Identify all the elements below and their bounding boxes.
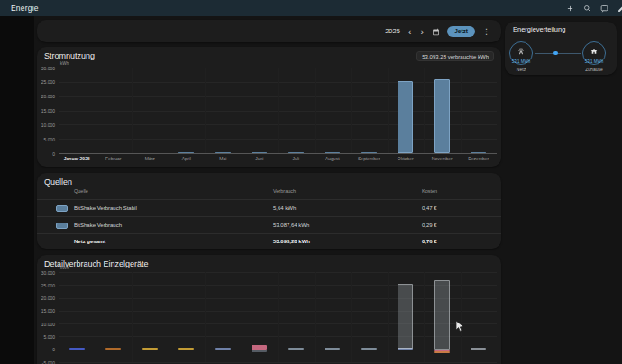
home-value: 53,1 MWh xyxy=(585,59,604,64)
card-title: Energieverteilung xyxy=(513,25,565,33)
plot-area xyxy=(59,272,497,362)
more-options-icon[interactable]: ⋮ xyxy=(482,27,490,36)
xtick-label: September xyxy=(351,156,388,161)
xtick-label: Dezember xyxy=(461,156,498,161)
ytick-label: 15.000 xyxy=(37,308,55,314)
xtick-label: Januar 2025 xyxy=(59,156,96,161)
gridline xyxy=(278,272,279,362)
ytick-label: 0 xyxy=(37,347,55,352)
column-quelle: Quelle xyxy=(74,188,88,194)
assist-icon[interactable] xyxy=(599,4,608,13)
mouse-cursor xyxy=(455,320,464,336)
table-total-row: Netz gesamt 53.093,28 kWh 0,76 € xyxy=(37,239,501,250)
bar-segment[interactable] xyxy=(325,348,340,350)
content-area: 2025 ‹ › Jetzt ⋮ Energieverteilung 53,1 … xyxy=(34,16,622,364)
bar-segment[interactable] xyxy=(434,280,450,350)
ytick-label: 25.000 xyxy=(37,283,55,288)
grid-node[interactable]: 53,1 MWh xyxy=(509,41,533,65)
bar-segment[interactable] xyxy=(178,348,194,350)
usage-chart: 30.00025.00020.00015.00010.0005.0000kWhJ… xyxy=(37,68,499,165)
ytick-label: 15.000 xyxy=(37,108,55,114)
bar-segment[interactable] xyxy=(69,348,85,350)
bar-segment[interactable] xyxy=(325,152,340,154)
axis-unit-label: kWh xyxy=(60,266,69,270)
bar-segment[interactable] xyxy=(434,79,450,153)
gridline xyxy=(461,272,462,362)
xtick-label: Oktober xyxy=(388,156,425,161)
gridline xyxy=(424,68,425,153)
table-header: Quelle Verbrauch Kosten xyxy=(37,188,501,197)
zero-line xyxy=(59,153,497,154)
bar-segment[interactable] xyxy=(215,152,231,154)
bar-segment[interactable] xyxy=(252,152,267,154)
series-color-swatch xyxy=(56,205,68,212)
previous-period-button[interactable]: ‹ xyxy=(407,27,413,36)
ytick-label: 5.000 xyxy=(37,137,55,142)
page-title: Energie xyxy=(0,4,39,13)
devices-detail-card: Detailverbrauch Einzelgeräte 30.00025.00… xyxy=(37,255,501,364)
plot-area xyxy=(59,68,497,153)
electricity-usage-card: Stromnutzung 53.093,28 verbrauchte kWh 3… xyxy=(37,47,501,167)
gridline xyxy=(461,68,462,153)
gridline xyxy=(132,272,133,362)
bar-segment[interactable] xyxy=(398,284,413,349)
date-picker-card: 2025 ‹ › Jetzt ⋮ xyxy=(37,20,501,42)
gridline xyxy=(205,68,206,153)
bar-segment[interactable] xyxy=(142,348,158,350)
edit-icon[interactable] xyxy=(617,4,622,13)
ytick-label: 25.000 xyxy=(37,79,55,85)
home-icon xyxy=(590,42,598,59)
add-icon[interactable] xyxy=(565,4,574,13)
gridline xyxy=(96,272,96,362)
bar-segment[interactable] xyxy=(361,348,377,350)
bar-segment[interactable] xyxy=(215,348,231,350)
gridline xyxy=(242,272,242,362)
xtick-label: Mai xyxy=(205,156,242,161)
today-button[interactable]: Jetzt xyxy=(447,26,475,37)
ytick-label: -5.000 xyxy=(37,360,55,364)
bar-segment[interactable] xyxy=(434,351,450,353)
home-node[interactable]: 53,1 MWh xyxy=(582,41,606,65)
bar-segment[interactable] xyxy=(471,348,486,350)
divider xyxy=(37,233,501,234)
date-range-label: 2025 xyxy=(385,27,400,35)
card-title: Quellen xyxy=(44,177,72,187)
source-cost: 0,29 € xyxy=(422,223,437,228)
search-icon[interactable] xyxy=(582,4,591,13)
bar-segment[interactable] xyxy=(252,350,267,352)
table-row[interactable]: BitShake Verbrauch 53.087,64 kWh 0,29 € xyxy=(37,223,501,233)
xtick-label: April xyxy=(169,156,206,161)
gridline xyxy=(351,272,352,362)
calendar-icon[interactable] xyxy=(432,23,440,40)
transmission-tower-icon xyxy=(517,42,525,59)
bar-segment[interactable] xyxy=(105,348,121,350)
ytick-label: 30.000 xyxy=(37,66,55,71)
bar-segment[interactable] xyxy=(288,348,304,350)
xtick-label: August xyxy=(315,156,352,161)
ytick-label: 30.000 xyxy=(37,270,55,276)
divider xyxy=(37,216,501,217)
source-consumption: 53.087,64 kWh xyxy=(273,223,309,228)
ytick-label: 10.000 xyxy=(37,123,55,128)
gridline xyxy=(351,68,352,153)
source-consumption: 5,64 kWh xyxy=(273,205,296,211)
xtick-label: Februar xyxy=(96,156,133,161)
y-axis-line xyxy=(59,68,59,153)
bar-segment[interactable] xyxy=(361,152,377,154)
gridline xyxy=(242,68,242,153)
total-name: Netz gesamt xyxy=(74,239,105,244)
source-name: BitShake Verbrauch xyxy=(74,223,122,228)
ytick-label: 5.000 xyxy=(37,334,55,340)
gridline xyxy=(388,68,389,153)
bar-segment[interactable] xyxy=(178,152,194,154)
gridline xyxy=(59,362,497,363)
gridline xyxy=(278,68,279,153)
bar-segment[interactable] xyxy=(288,152,304,154)
divider xyxy=(37,199,501,200)
energy-distribution-card: Energieverteilung 53,1 MWh Netz 53,1 MWh… xyxy=(505,22,617,75)
bar-segment[interactable] xyxy=(471,152,486,154)
bar-segment[interactable] xyxy=(398,81,413,153)
table-row[interactable]: BitShake Verbrauch Stabil 5,64 kWh 0,47 … xyxy=(37,205,501,216)
next-period-button[interactable]: › xyxy=(420,27,425,36)
flow-line xyxy=(535,53,581,55)
